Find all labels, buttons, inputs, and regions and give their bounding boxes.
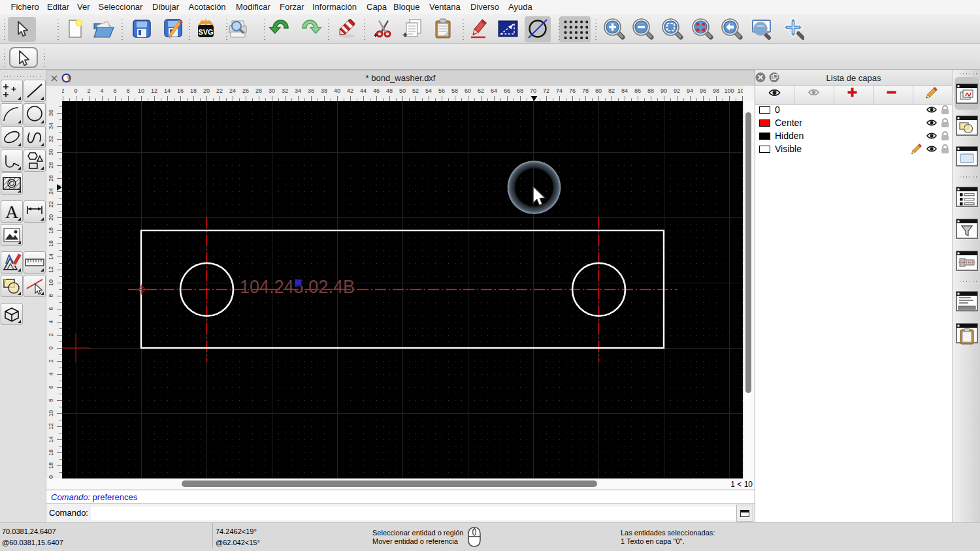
svg-text:92: 92 (674, 87, 680, 94)
svg-text:14: 14 (48, 253, 54, 260)
svg-text:84: 84 (621, 87, 628, 94)
svg-text:24: 24 (48, 188, 54, 195)
svg-text:24: 24 (229, 87, 236, 94)
svg-text:20: 20 (48, 214, 54, 221)
svg-text:72: 72 (543, 87, 549, 94)
svg-text:6: 6 (48, 307, 54, 310)
svg-text:80: 80 (595, 87, 602, 94)
svg-text:SVG: SVG (198, 28, 213, 36)
svg-text:22: 22 (216, 87, 223, 94)
svg-text:20: 20 (203, 87, 210, 94)
svg-text:2: 2 (87, 87, 90, 94)
svg-text:48: 48 (386, 87, 393, 94)
svg-text:100: 100 (724, 87, 734, 94)
svg-text:58: 58 (451, 87, 458, 94)
svg-text:4: 4 (48, 320, 54, 323)
svg-text:8: 8 (48, 294, 54, 297)
svg-text:30: 30 (48, 149, 54, 155)
svg-text:12: 12 (48, 266, 54, 273)
svg-text:2: 2 (48, 359, 54, 362)
svg-text:46: 46 (373, 87, 380, 94)
svg-text:26: 26 (48, 175, 54, 181)
svg-text:10: 10 (138, 87, 144, 94)
svg-text:10: 10 (48, 279, 54, 286)
svg-text:42: 42 (347, 87, 353, 94)
svg-text:18: 18 (48, 227, 54, 234)
svg-text:98: 98 (713, 87, 719, 94)
svg-text:12: 12 (151, 87, 157, 94)
svg-text:88: 88 (647, 87, 654, 94)
svg-text:6: 6 (48, 385, 54, 388)
svg-text:94: 94 (687, 87, 693, 94)
svg-text:62: 62 (478, 87, 484, 94)
svg-text:18: 18 (48, 462, 54, 469)
svg-text:38: 38 (321, 87, 327, 94)
svg-text:56: 56 (438, 87, 445, 94)
svg-text:6: 6 (113, 87, 116, 94)
svg-text:34: 34 (48, 123, 54, 129)
svg-text:86: 86 (634, 87, 641, 94)
svg-text:32: 32 (282, 87, 288, 94)
svg-text:8: 8 (48, 398, 54, 401)
svg-text:18: 18 (190, 87, 197, 94)
svg-text:28: 28 (255, 87, 262, 94)
svg-text:78: 78 (582, 87, 589, 94)
svg-text:4: 4 (48, 372, 54, 375)
svg-text:70: 70 (530, 87, 536, 94)
svg-text:34: 34 (295, 87, 301, 94)
svg-text:16: 16 (48, 240, 54, 247)
svg-text:28: 28 (48, 162, 54, 168)
svg-text:90: 90 (661, 87, 667, 94)
svg-text:12: 12 (48, 423, 54, 430)
svg-text:36: 36 (48, 110, 54, 116)
svg-text:8: 8 (126, 87, 129, 94)
svg-text:40: 40 (334, 87, 340, 94)
svg-text:14: 14 (164, 87, 171, 94)
svg-text:2: 2 (48, 333, 54, 336)
svg-text:64: 64 (491, 87, 497, 94)
svg-text:52: 52 (412, 87, 419, 94)
svg-text:0: 0 (74, 87, 77, 94)
svg-text:82: 82 (608, 87, 615, 94)
svg-text:4: 4 (100, 87, 103, 94)
svg-text:16: 16 (48, 449, 54, 456)
svg-text:66: 66 (504, 87, 510, 94)
svg-text:50: 50 (399, 87, 406, 94)
svg-text:A: A (5, 202, 19, 222)
svg-text:30: 30 (269, 87, 275, 94)
svg-text:10: 10 (48, 410, 54, 417)
svg-text:76: 76 (569, 87, 576, 94)
svg-text:2: 2 (62, 87, 65, 94)
svg-text:16: 16 (177, 87, 184, 94)
svg-text:14: 14 (48, 436, 54, 443)
svg-text:68: 68 (517, 87, 523, 94)
svg-text:74: 74 (556, 87, 563, 94)
svg-text:60: 60 (465, 87, 471, 94)
svg-text:36: 36 (308, 87, 314, 94)
svg-text:96: 96 (700, 87, 706, 94)
svg-text:44: 44 (360, 87, 367, 94)
svg-text:32: 32 (48, 136, 54, 142)
svg-text:26: 26 (242, 87, 249, 94)
svg-text:22: 22 (48, 201, 54, 208)
svg-text:102: 102 (737, 87, 743, 94)
svg-text:0: 0 (48, 346, 54, 349)
svg-text:54: 54 (425, 87, 432, 94)
